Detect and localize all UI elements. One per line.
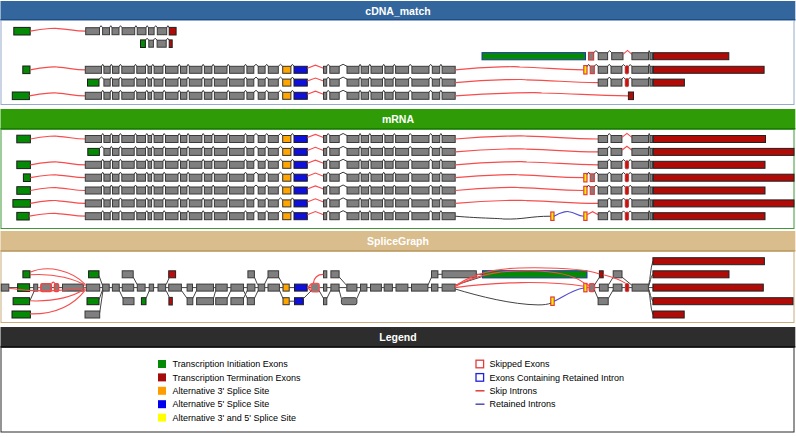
svg-text:Alternative 3' Splice Site: Alternative 3' Splice Site: [173, 386, 270, 396]
svg-text:Exons Containing Retained Intr: Exons Containing Retained Intron: [490, 373, 625, 383]
svg-text:Transcription Initiation Exons: Transcription Initiation Exons: [173, 359, 289, 369]
svg-text:Transcription Termination Exon: Transcription Termination Exons: [173, 373, 302, 383]
svg-text:Skipped Exons: Skipped Exons: [490, 359, 551, 369]
svg-text:Retained Introns: Retained Introns: [490, 399, 557, 409]
svg-text:Alternative 5' Splice Site: Alternative 5' Splice Site: [173, 399, 270, 409]
svg-text:SpliceGraph: SpliceGraph: [367, 235, 429, 247]
svg-text:mRNA: mRNA: [382, 113, 415, 125]
svg-text:Skip Introns: Skip Introns: [490, 386, 538, 396]
svg-text:Legend: Legend: [379, 331, 416, 343]
svg-text:Alternative 3' and 5' Splice S: Alternative 3' and 5' Splice Site: [173, 413, 297, 423]
svg-text:cDNA_match: cDNA_match: [365, 5, 430, 17]
